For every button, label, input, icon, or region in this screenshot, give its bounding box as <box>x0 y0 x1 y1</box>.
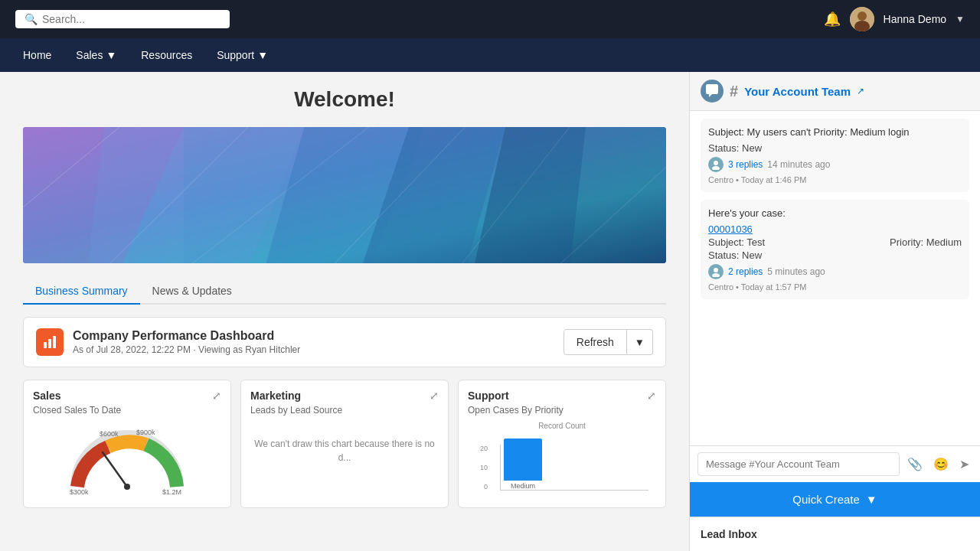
attachment-icon[interactable]: 📎 <box>904 454 926 474</box>
refresh-button[interactable]: Refresh <box>564 329 627 355</box>
message-item-2: Here's your case: 00001036 Subject: Test… <box>701 200 969 299</box>
dashboard-card-info: Company Performance Dashboard As of Jul … <box>36 328 300 356</box>
avatar-image <box>850 7 874 31</box>
sales-expand-icon[interactable]: ⤢ <box>212 390 221 402</box>
hero-geometric-art <box>23 127 666 263</box>
svg-line-19 <box>103 452 127 487</box>
support-chevron-icon: ▼ <box>257 49 268 61</box>
msg2-replies-link[interactable]: 2 replies <box>728 266 763 277</box>
notifications-icon[interactable]: 🔔 <box>824 11 841 28</box>
nav-bar: Home Sales ▼ Resources Support ▼ <box>0 38 980 72</box>
gauge-chart: $300k $600k $900k $1.2M <box>33 422 221 498</box>
support-bar-chart: Record Count 20 10 0 Mediu <box>468 422 656 491</box>
dashboard-title: Company Performance Dashboard <box>73 329 300 343</box>
bar-axis-10: 10 <box>475 464 488 471</box>
svg-text:$600k: $600k <box>100 430 119 438</box>
chart-support-subtitle: Open Cases By Priority <box>468 405 564 416</box>
msg2-case-link-row: 00001036 <box>708 223 962 235</box>
external-link-icon[interactable]: ↗ <box>857 86 864 96</box>
msg2-replies-time: 5 minutes ago <box>767 266 825 277</box>
lead-inbox-title: Lead Inbox <box>701 528 969 540</box>
msg2-meta: Centro • Today at 1:57 PM <box>708 282 962 292</box>
svg-point-20 <box>124 484 130 490</box>
top-right-controls: 🔔 Hanna Demo ▼ <box>824 7 965 31</box>
tab-business-summary[interactable]: Business Summary <box>23 279 140 305</box>
msg2-priority: Priority: Medium <box>890 236 962 248</box>
welcome-title: Welcome! <box>23 87 666 112</box>
quick-create-label: Quick Create <box>792 493 860 506</box>
refresh-dropdown-button[interactable]: ▼ <box>627 329 653 355</box>
quick-create-button[interactable]: Quick Create ▼ <box>690 482 980 517</box>
msg1-meta: Centro • Today at 1:46 PM <box>708 175 962 184</box>
reply-avatar-icon <box>708 157 724 172</box>
svg-text:$300k: $300k <box>70 488 89 494</box>
svg-rect-17 <box>48 339 51 348</box>
svg-text:$900k: $900k <box>136 429 155 436</box>
nav-support[interactable]: Support ▼ <box>217 46 268 64</box>
msg1-text: Subject: My users can't Priority: Medium… <box>708 126 962 138</box>
msg2-case-link[interactable]: 00001036 <box>708 223 753 235</box>
chart-marketing-subtitle: Leads by Lead Source <box>250 405 342 416</box>
dashboard-svg-icon <box>42 334 57 350</box>
msg2-intro: Here's your case: <box>708 207 962 219</box>
tab-news-updates[interactable]: News & Updates <box>140 279 244 305</box>
search-input[interactable] <box>42 13 220 25</box>
lead-inbox-section: Lead Inbox <box>690 517 980 551</box>
message-input-area: 📎 😊 ➤ <box>690 445 980 482</box>
marketing-expand-icon[interactable]: ⤢ <box>430 390 439 402</box>
bar-axis-20: 20 <box>475 445 488 452</box>
dashboard-icon <box>36 328 64 356</box>
top-bar: 🔍 🔔 Hanna Demo ▼ <box>0 0 980 38</box>
main-content: Welcome! <box>0 72 980 551</box>
nav-sales[interactable]: Sales ▼ <box>76 46 116 64</box>
reply-user-icon-2 <box>710 266 721 277</box>
search-box[interactable]: 🔍 <box>15 10 230 28</box>
sales-chevron-icon: ▼ <box>106 49 116 61</box>
left-panel: Welcome! <box>0 72 689 551</box>
messages-area: Subject: My users can't Priority: Medium… <box>690 111 980 445</box>
bar-medium <box>504 439 542 481</box>
right-panel: # Your Account Team ↗ Subject: My users … <box>689 72 980 551</box>
svg-point-1 <box>858 11 867 21</box>
svg-marker-9 <box>473 127 666 263</box>
user-menu-chevron[interactable]: ▼ <box>956 14 965 24</box>
dashboard-subtitle: As of Jul 28, 2022, 12:22 PM · Viewing a… <box>73 344 300 355</box>
support-expand-icon[interactable]: ⤢ <box>647 390 656 402</box>
emoji-icon[interactable]: 😊 <box>930 454 952 474</box>
hero-image <box>23 127 666 263</box>
svg-point-25 <box>714 161 718 165</box>
dashboard-text: Company Performance Dashboard As of Jul … <box>73 329 300 355</box>
chart-marketing: Marketing Leads by Lead Source ⤢ We can'… <box>240 380 449 508</box>
chart-sales-title: Sales <box>33 390 121 402</box>
avatar <box>850 7 874 31</box>
chart-marketing-title: Marketing <box>250 390 342 402</box>
marketing-no-data: We can't draw this chart because there i… <box>250 422 439 465</box>
svg-point-28 <box>712 273 720 277</box>
hash-icon: # <box>730 83 738 100</box>
search-icon: 🔍 <box>24 13 38 25</box>
chart-support: Support Open Cases By Priority ⤢ Record … <box>458 380 666 508</box>
channel-avatar <box>701 80 724 103</box>
bar-axis-0: 0 <box>475 483 488 491</box>
message-item-1: Subject: My users can't Priority: Medium… <box>701 119 969 192</box>
msg1-status: Status: New <box>708 142 962 154</box>
dashboard-card: Company Performance Dashboard As of Jul … <box>23 317 666 367</box>
channel-name[interactable]: Your Account Team <box>744 85 851 98</box>
quick-create-arrow-icon: ▼ <box>866 493 877 506</box>
gauge-svg: $300k $600k $900k $1.2M <box>66 425 188 494</box>
chart-sales: Sales Closed Sales To Date ⤢ <box>23 380 231 508</box>
nav-resources[interactable]: Resources <box>141 46 192 64</box>
msg2-replies: 2 replies 5 minutes ago <box>708 264 962 279</box>
bar-medium-label: Medium <box>511 482 535 490</box>
send-icon[interactable]: ➤ <box>956 454 972 474</box>
msg1-replies-time: 14 minutes ago <box>767 159 830 170</box>
svg-rect-18 <box>53 336 56 348</box>
nav-home[interactable]: Home <box>23 46 51 64</box>
msg2-fields: Subject: Test Priority: Medium <box>708 236 962 249</box>
svg-point-27 <box>714 268 718 272</box>
reply-avatar-icon-2 <box>708 264 724 279</box>
msg1-replies-link[interactable]: 3 replies <box>728 159 763 170</box>
msg2-subject: Subject: Test <box>708 236 765 248</box>
message-input[interactable] <box>697 452 900 476</box>
svg-point-26 <box>712 166 720 170</box>
